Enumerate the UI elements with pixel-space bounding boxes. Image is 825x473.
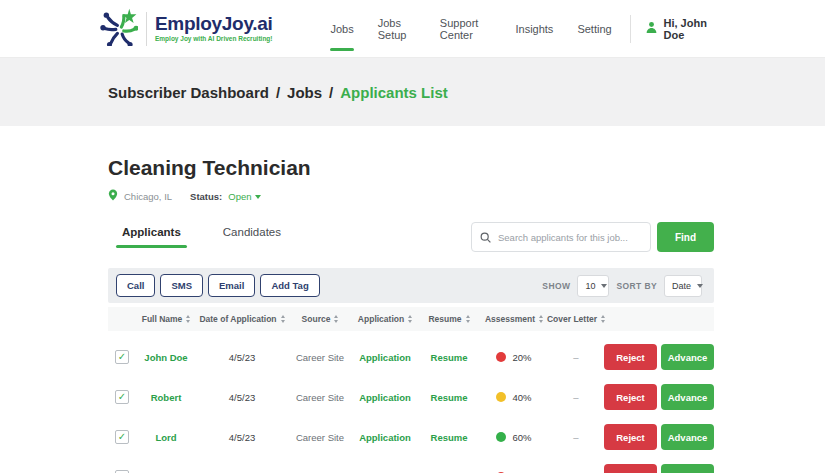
table-header-row: Full Name Date of Application Source App… [108, 307, 714, 331]
table-row: ✓ Sam 4/5/23 Career Site Application Res… [108, 457, 714, 473]
reject-button[interactable]: Reject [604, 384, 657, 410]
top-navbar: EmployJoy.ai Employ Joy with AI Driven R… [0, 0, 825, 58]
status-label: Status: [190, 191, 222, 202]
sort-by-value: Date [672, 281, 691, 291]
application-link[interactable]: Application [352, 432, 418, 443]
column-header-date-of-application[interactable]: Date of Application [196, 314, 288, 324]
nav-user-divider [630, 15, 631, 43]
user-greeting: Hi, John Doe [664, 17, 721, 41]
advance-button[interactable]: Advance [661, 464, 714, 473]
column-label: Date of Application [199, 314, 276, 324]
column-header-application[interactable]: Application [352, 314, 418, 324]
logo-starburst-icon [100, 8, 138, 50]
column-label: Resume [428, 314, 461, 324]
application-link[interactable]: Application [352, 352, 418, 363]
column-label: Application [358, 314, 404, 324]
breadcrumb-subscriber-dashboard[interactable]: Subscriber Dashboard [108, 84, 269, 101]
breadcrumb-jobs[interactable]: Jobs [287, 84, 322, 101]
reject-button[interactable]: Reject [604, 464, 657, 473]
row-checkbox[interactable]: ✓ [115, 350, 129, 364]
applicant-name-link[interactable]: Robert [136, 392, 196, 403]
column-header-resume[interactable]: Resume [418, 314, 480, 324]
tab-applicants[interactable]: Applicants [122, 226, 181, 248]
email-button[interactable]: Email [208, 274, 255, 297]
job-location: Chicago, IL [124, 191, 172, 202]
main-content: Cleaning Technician Chicago, IL Status: … [108, 156, 714, 473]
row-checkbox[interactable]: ✓ [115, 390, 129, 404]
application-link[interactable]: Application [352, 392, 418, 403]
location-pin-icon [108, 189, 118, 203]
sort-icon [408, 315, 412, 323]
resume-link[interactable]: Resume [418, 392, 480, 403]
applicant-name-link[interactable]: Lord [136, 432, 196, 443]
breadcrumb-current: Applicants List [340, 84, 448, 101]
column-header-assessment[interactable]: Assessment [480, 314, 548, 324]
sort-icon [539, 315, 543, 323]
column-header-source[interactable]: Source [288, 314, 352, 324]
cover-letter-value: – [548, 352, 604, 363]
nav-item-support-center[interactable]: Support Center [440, 0, 492, 61]
assessment-score: 60% [512, 432, 531, 443]
chevron-down-icon [255, 195, 261, 199]
bulk-actions-toolbar: Call SMS Email Add Tag SHOW 10 SORT BY D… [108, 268, 714, 303]
add-tag-button[interactable]: Add Tag [260, 274, 319, 297]
assessment-status-dot [496, 432, 506, 442]
reject-button[interactable]: Reject [604, 344, 657, 370]
cover-letter-value: – [548, 392, 604, 403]
applicant-name-link[interactable]: John Doe [136, 352, 196, 363]
show-count-dropdown[interactable]: 10 [577, 275, 609, 297]
search-icon [479, 230, 492, 248]
application-source: Career Site [288, 432, 352, 443]
job-meta: Chicago, IL Status: Open [108, 189, 714, 203]
sort-icon [334, 315, 338, 323]
logo-divider [146, 12, 147, 46]
user-menu[interactable]: Hi, John Doe [645, 17, 721, 41]
find-button[interactable]: Find [657, 222, 714, 252]
row-checkbox[interactable]: ✓ [115, 430, 129, 444]
brand-logo[interactable]: EmployJoy.ai Employ Joy with AI Driven R… [100, 8, 272, 50]
reject-button[interactable]: Reject [604, 424, 657, 450]
assessment-score: 20% [512, 352, 531, 363]
status-dropdown[interactable]: Open [228, 191, 260, 202]
column-header-cover-letter[interactable]: Cover Letter [548, 314, 604, 324]
advance-button[interactable]: Advance [661, 424, 714, 450]
advance-button[interactable]: Advance [661, 344, 714, 370]
check-icon: ✓ [118, 392, 126, 402]
call-button[interactable]: Call [116, 274, 155, 297]
resume-link[interactable]: Resume [418, 352, 480, 363]
breadcrumb-separator: / [329, 84, 333, 101]
sort-by-label: SORT BY [616, 281, 657, 291]
tab-candidates[interactable]: Candidates [223, 226, 281, 248]
sort-icon [186, 315, 190, 323]
user-icon [645, 20, 658, 38]
breadcrumb-band: Subscriber Dashboard / Jobs / Applicants… [0, 58, 825, 126]
column-header-full-name[interactable]: Full Name [136, 314, 196, 324]
table-row: ✓ Lord 4/5/23 Career Site Application Re… [108, 417, 714, 457]
chevron-down-icon [601, 284, 607, 288]
assessment-status-dot [496, 392, 506, 402]
cover-letter-value: – [548, 432, 604, 443]
chevron-down-icon [697, 284, 703, 288]
sort-icon [601, 315, 605, 323]
table-row: ✓ John Doe 4/5/23 Career Site Applicatio… [108, 337, 714, 377]
nav-item-insights[interactable]: Insights [515, 3, 553, 55]
breadcrumb: Subscriber Dashboard / Jobs / Applicants… [108, 84, 448, 101]
advance-button[interactable]: Advance [661, 384, 714, 410]
check-icon: ✓ [118, 352, 126, 362]
status-value: Open [228, 191, 251, 202]
nav-item-jobs[interactable]: Jobs [330, 3, 353, 55]
tab-bar: Applicants Candidates [122, 226, 281, 248]
brand-name: EmployJoy.ai [155, 14, 272, 33]
column-label: Assessment [485, 314, 535, 324]
applicants-table-body: ✓ John Doe 4/5/23 Career Site Applicatio… [108, 337, 714, 473]
main-nav: Jobs Jobs Setup Support Center Insights … [330, 0, 611, 61]
assessment-score: 40% [512, 392, 531, 403]
search-input[interactable] [471, 222, 651, 252]
resume-link[interactable]: Resume [418, 432, 480, 443]
sms-button[interactable]: SMS [160, 274, 203, 297]
nav-item-jobs-setup[interactable]: Jobs Setup [378, 0, 416, 61]
tabs-and-search-row: Applicants Candidates Find [108, 221, 714, 253]
sort-by-dropdown[interactable]: Date [664, 275, 702, 297]
nav-item-setting[interactable]: Setting [577, 3, 611, 55]
application-date: 4/5/23 [196, 432, 288, 443]
